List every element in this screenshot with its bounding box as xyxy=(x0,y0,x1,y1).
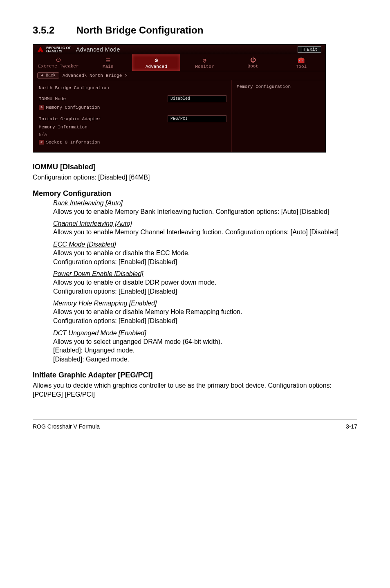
bios-left-pane: North Bridge Configuration IOMMU Mode Di… xyxy=(33,80,231,152)
advanced-mode-label: Advanced Mode xyxy=(76,46,120,53)
tab-extreme-tweaker[interactable]: ⏲ Extreme Tweaker xyxy=(33,54,84,71)
nb-config-heading: North Bridge Configuration xyxy=(39,85,226,90)
iommu-mode-label: IOMMU Mode xyxy=(39,97,168,101)
chevron-right-icon: > xyxy=(39,105,44,110)
advanced-icon: ⚙ xyxy=(132,57,180,64)
exit-button[interactable]: Exit xyxy=(298,46,321,53)
power-icon: ⏻ xyxy=(229,57,277,63)
exit-label: Exit xyxy=(307,47,318,52)
tool-icon: 🧰 xyxy=(277,57,325,64)
iommu-mode-value[interactable]: Disabled xyxy=(168,95,226,102)
ecc-mode-body-2: Configuration options: [Enabled] [Disabl… xyxy=(53,258,357,267)
memory-configuration-label: Memory Configuration xyxy=(46,105,100,110)
page-footer: ROG Crosshair V Formula 3-17 xyxy=(33,420,357,430)
tab-advanced[interactable]: ⚙ Advanced xyxy=(132,54,180,71)
dct-unganged-body-2: [Enabled]: Unganged mode. xyxy=(53,346,357,355)
socket-0-information-item[interactable]: > Socket 0 Information xyxy=(39,140,226,145)
bank-interleaving-body: Allows you to enable Memory Bank Interle… xyxy=(53,207,357,216)
power-down-body-2: Configuration options: [Enabled] [Disabl… xyxy=(53,287,357,296)
back-label: Back xyxy=(46,73,56,78)
tab-monitor[interactable]: ◔ Monitor xyxy=(180,54,229,71)
memory-hole-title: Memory Hole Remapping [Enabled] xyxy=(53,300,357,307)
rog-logo-icon xyxy=(37,47,44,52)
tab-tool[interactable]: 🧰 Tool xyxy=(277,54,325,71)
rog-brand-text: REPUBLIC OF GAMERS xyxy=(46,46,71,53)
bios-help-pane: Memory Configuration xyxy=(231,80,325,152)
channel-interleaving-title: Channel Interleaving [Auto] xyxy=(53,220,357,227)
tab-label: Main xyxy=(103,64,113,69)
section-title: North Bridge Configuration xyxy=(76,25,204,36)
list-icon: ☰ xyxy=(84,57,132,64)
brand-bottom: GAMERS xyxy=(46,49,63,53)
tab-boot[interactable]: ⏻ Boot xyxy=(229,54,277,71)
back-arrow-icon: ◄ xyxy=(41,73,46,78)
dct-unganged-title: DCT Unganged Mode [Enabled] xyxy=(53,330,357,337)
help-text: Memory Configuration xyxy=(237,84,291,89)
memory-config-heading: Memory Configuration xyxy=(33,189,357,198)
memory-information-heading: Memory Information xyxy=(39,125,226,130)
memory-hole-body-1: Allows you to enable or disable Memory H… xyxy=(53,307,357,316)
section-heading: 3.5.2 North Bridge Configuration xyxy=(33,25,357,36)
exit-icon xyxy=(301,47,305,52)
gauge-icon: ⏲ xyxy=(33,57,84,63)
section-number: 3.5.2 xyxy=(33,25,74,36)
initiate-graphic-value[interactable]: PEG/PCI xyxy=(168,115,226,122)
bank-interleaving-title: Bank Interleaving [Auto] xyxy=(53,200,357,207)
breadcrumb: Advanced\ North Bridge > xyxy=(63,73,127,78)
tab-label: Boot xyxy=(248,64,258,69)
tab-main[interactable]: ☰ Main xyxy=(84,54,132,71)
iommu-heading: IOMMU [Disabled] xyxy=(33,163,357,171)
socket-0-label: Socket 0 Information xyxy=(46,140,100,145)
tab-label: Extreme Tweaker xyxy=(38,64,79,69)
bios-header: REPUBLIC OF GAMERS Advanced Mode Exit xyxy=(33,45,325,54)
bios-tabs: ⏲ Extreme Tweaker ☰ Main ⚙ Advanced ◔ Mo… xyxy=(33,54,325,71)
iommu-body: Configuration options: [Disabled] [64MB] xyxy=(33,173,357,182)
channel-interleaving-body: Allows you to enable Memory Channel Inte… xyxy=(53,228,357,237)
footer-right: 3-17 xyxy=(346,423,357,430)
svg-rect-1 xyxy=(302,48,305,51)
memory-hole-body-2: Configuration options: [Enabled] [Disabl… xyxy=(53,316,357,325)
tab-label: Advanced xyxy=(146,64,167,69)
dct-unganged-body-1: Allows you to select unganged DRAM mode … xyxy=(53,337,357,346)
power-down-body-1: Allows you to enable or disable DDR powe… xyxy=(53,278,357,287)
ecc-mode-title: ECC Mode [Disabled] xyxy=(53,241,357,248)
tab-label: Tool xyxy=(296,64,307,69)
initiate-graphic-body: Allows you to decide which graphics cont… xyxy=(33,381,357,399)
bios-screenshot: REPUBLIC OF GAMERS Advanced Mode Exit ⏲ … xyxy=(33,44,326,153)
ecc-mode-body-1: Allows you to enable or disable the ECC … xyxy=(53,249,357,258)
footer-left: ROG Crosshair V Formula xyxy=(33,423,100,430)
memory-configuration-item[interactable]: > Memory Configuration xyxy=(39,105,226,110)
power-down-title: Power Down Enable [Disabled] xyxy=(53,270,357,278)
tab-label: Monitor xyxy=(195,64,214,69)
monitor-icon: ◔ xyxy=(180,57,229,64)
dct-unganged-body-3: [Disabled]: Ganged mode. xyxy=(53,355,357,364)
breadcrumb-row: ◄ Back Advanced\ North Bridge > xyxy=(33,71,325,80)
back-button[interactable]: ◄ Back xyxy=(37,72,59,79)
na-label: N/A xyxy=(39,132,226,137)
initiate-graphic-label: Initate Graphic Adapter xyxy=(39,117,168,121)
chevron-right-icon: > xyxy=(39,140,44,145)
initiate-graphic-heading: Initiate Graphic Adapter [PEG/PCI] xyxy=(33,371,357,379)
